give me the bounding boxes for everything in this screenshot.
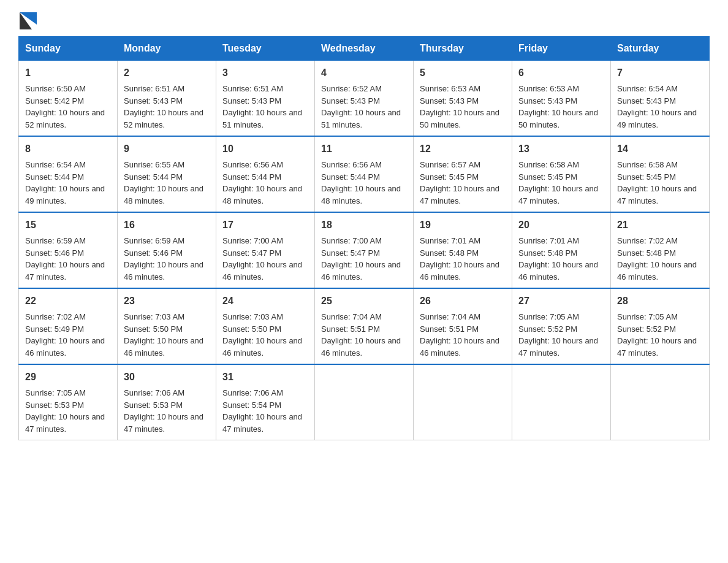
day-info: Sunrise: 7:04 AMSunset: 5:51 PMDaylight:…	[321, 312, 401, 358]
calendar-cell: 31Sunrise: 7:06 AMSunset: 5:54 PMDayligh…	[216, 364, 315, 440]
page-header	[18, 12, 710, 27]
calendar-cell: 28Sunrise: 7:05 AMSunset: 5:52 PMDayligh…	[611, 288, 710, 364]
week-row-5: 29Sunrise: 7:05 AMSunset: 5:53 PMDayligh…	[19, 364, 710, 440]
calendar-cell: 12Sunrise: 6:57 AMSunset: 5:45 PMDayligh…	[414, 136, 512, 212]
calendar-cell: 15Sunrise: 6:59 AMSunset: 5:46 PMDayligh…	[19, 212, 118, 288]
calendar-cell: 9Sunrise: 6:55 AMSunset: 5:44 PMDaylight…	[118, 136, 216, 212]
calendar-cell: 30Sunrise: 7:06 AMSunset: 5:53 PMDayligh…	[118, 364, 216, 440]
day-info: Sunrise: 6:55 AMSunset: 5:44 PMDaylight:…	[124, 160, 203, 205]
calendar-cell: 16Sunrise: 6:59 AMSunset: 5:46 PMDayligh…	[118, 212, 216, 288]
day-info: Sunrise: 6:51 AMSunset: 5:43 PMDaylight:…	[222, 84, 302, 129]
calendar-table: SundayMondayTuesdayWednesdayThursdayFrid…	[18, 36, 710, 440]
weekday-header-monday: Monday	[118, 37, 216, 61]
calendar-cell	[315, 364, 414, 440]
day-info: Sunrise: 6:54 AMSunset: 5:44 PMDaylight:…	[25, 160, 105, 205]
calendar-cell: 18Sunrise: 7:00 AMSunset: 5:47 PMDayligh…	[315, 212, 414, 288]
week-row-3: 15Sunrise: 6:59 AMSunset: 5:46 PMDayligh…	[19, 212, 710, 288]
day-info: Sunrise: 7:02 AMSunset: 5:49 PMDaylight:…	[25, 312, 105, 358]
calendar-cell: 3Sunrise: 6:51 AMSunset: 5:43 PMDaylight…	[216, 61, 315, 137]
week-row-4: 22Sunrise: 7:02 AMSunset: 5:49 PMDayligh…	[19, 288, 710, 364]
day-info: Sunrise: 6:59 AMSunset: 5:46 PMDaylight:…	[25, 236, 105, 282]
calendar-cell: 1Sunrise: 6:50 AMSunset: 5:42 PMDaylight…	[19, 61, 118, 137]
day-info: Sunrise: 7:06 AMSunset: 5:53 PMDaylight:…	[124, 388, 203, 434]
day-info: Sunrise: 6:53 AMSunset: 5:43 PMDaylight:…	[420, 84, 499, 129]
day-info: Sunrise: 6:50 AMSunset: 5:42 PMDaylight:…	[25, 84, 105, 129]
calendar-cell: 14Sunrise: 6:58 AMSunset: 5:45 PMDayligh…	[611, 136, 710, 212]
day-number: 31	[222, 370, 308, 385]
week-row-1: 1Sunrise: 6:50 AMSunset: 5:42 PMDaylight…	[19, 61, 710, 137]
day-number: 18	[321, 218, 407, 232]
day-number: 21	[617, 218, 703, 232]
day-info: Sunrise: 6:57 AMSunset: 5:45 PMDaylight:…	[420, 160, 499, 205]
day-number: 22	[25, 294, 111, 308]
day-number: 26	[420, 294, 506, 308]
day-number: 14	[617, 142, 703, 156]
day-info: Sunrise: 7:00 AMSunset: 5:47 PMDaylight:…	[321, 236, 401, 282]
calendar-cell: 8Sunrise: 6:54 AMSunset: 5:44 PMDaylight…	[19, 136, 118, 212]
day-number: 4	[321, 66, 407, 80]
calendar-cell: 2Sunrise: 6:51 AMSunset: 5:43 PMDaylight…	[118, 61, 216, 137]
day-info: Sunrise: 6:59 AMSunset: 5:46 PMDaylight:…	[124, 236, 203, 282]
day-info: Sunrise: 6:56 AMSunset: 5:44 PMDaylight:…	[222, 160, 302, 205]
day-number: 3	[222, 66, 308, 80]
day-info: Sunrise: 7:04 AMSunset: 5:51 PMDaylight:…	[420, 312, 499, 358]
day-number: 19	[420, 218, 506, 232]
day-info: Sunrise: 7:05 AMSunset: 5:52 PMDaylight:…	[518, 312, 598, 358]
day-number: 7	[617, 66, 703, 80]
day-info: Sunrise: 7:06 AMSunset: 5:54 PMDaylight:…	[222, 388, 302, 434]
day-number: 15	[25, 218, 111, 232]
day-number: 23	[124, 294, 210, 308]
day-info: Sunrise: 6:56 AMSunset: 5:44 PMDaylight:…	[321, 160, 401, 205]
day-info: Sunrise: 6:51 AMSunset: 5:43 PMDaylight:…	[124, 84, 203, 129]
day-info: Sunrise: 7:03 AMSunset: 5:50 PMDaylight:…	[222, 312, 302, 358]
day-info: Sunrise: 7:02 AMSunset: 5:48 PMDaylight:…	[617, 236, 697, 282]
day-number: 16	[124, 218, 210, 232]
day-number: 10	[222, 142, 308, 156]
calendar-cell: 21Sunrise: 7:02 AMSunset: 5:48 PMDayligh…	[611, 212, 710, 288]
weekday-header-thursday: Thursday	[414, 37, 512, 61]
calendar-cell: 5Sunrise: 6:53 AMSunset: 5:43 PMDaylight…	[414, 61, 512, 137]
day-info: Sunrise: 6:53 AMSunset: 5:43 PMDaylight:…	[518, 84, 598, 129]
logo	[18, 12, 37, 27]
day-number: 1	[25, 66, 111, 80]
calendar-cell: 20Sunrise: 7:01 AMSunset: 5:48 PMDayligh…	[512, 212, 611, 288]
day-number: 17	[222, 218, 308, 232]
calendar-cell: 26Sunrise: 7:04 AMSunset: 5:51 PMDayligh…	[414, 288, 512, 364]
calendar-cell: 4Sunrise: 6:52 AMSunset: 5:43 PMDaylight…	[315, 61, 414, 137]
weekday-header-row: SundayMondayTuesdayWednesdayThursdayFrid…	[19, 37, 710, 61]
week-row-2: 8Sunrise: 6:54 AMSunset: 5:44 PMDaylight…	[19, 136, 710, 212]
calendar-cell: 17Sunrise: 7:00 AMSunset: 5:47 PMDayligh…	[216, 212, 315, 288]
calendar-cell: 13Sunrise: 6:58 AMSunset: 5:45 PMDayligh…	[512, 136, 611, 212]
calendar-cell: 23Sunrise: 7:03 AMSunset: 5:50 PMDayligh…	[118, 288, 216, 364]
day-number: 13	[518, 142, 604, 156]
day-info: Sunrise: 7:01 AMSunset: 5:48 PMDaylight:…	[518, 236, 598, 282]
weekday-header-sunday: Sunday	[19, 37, 118, 61]
calendar-cell: 22Sunrise: 7:02 AMSunset: 5:49 PMDayligh…	[19, 288, 118, 364]
day-number: 5	[420, 66, 506, 80]
calendar-cell: 25Sunrise: 7:04 AMSunset: 5:51 PMDayligh…	[315, 288, 414, 364]
calendar-cell: 7Sunrise: 6:54 AMSunset: 5:43 PMDaylight…	[611, 61, 710, 137]
calendar-cell: 19Sunrise: 7:01 AMSunset: 5:48 PMDayligh…	[414, 212, 512, 288]
day-number: 6	[518, 66, 604, 80]
day-number: 9	[124, 142, 210, 156]
day-info: Sunrise: 7:03 AMSunset: 5:50 PMDaylight:…	[124, 312, 203, 358]
day-number: 11	[321, 142, 407, 156]
weekday-header-saturday: Saturday	[611, 37, 710, 61]
day-info: Sunrise: 6:52 AMSunset: 5:43 PMDaylight:…	[321, 84, 401, 129]
day-number: 29	[25, 370, 111, 385]
calendar-cell: 10Sunrise: 6:56 AMSunset: 5:44 PMDayligh…	[216, 136, 315, 212]
day-number: 28	[617, 294, 703, 308]
day-number: 25	[321, 294, 407, 308]
day-number: 27	[518, 294, 604, 308]
calendar-cell	[611, 364, 710, 440]
day-number: 30	[124, 370, 210, 385]
calendar-cell: 6Sunrise: 6:53 AMSunset: 5:43 PMDaylight…	[512, 61, 611, 137]
weekday-header-tuesday: Tuesday	[216, 37, 315, 61]
day-info: Sunrise: 6:58 AMSunset: 5:45 PMDaylight:…	[617, 160, 697, 205]
calendar-cell: 27Sunrise: 7:05 AMSunset: 5:52 PMDayligh…	[512, 288, 611, 364]
calendar-cell	[414, 364, 512, 440]
calendar-cell: 29Sunrise: 7:05 AMSunset: 5:53 PMDayligh…	[19, 364, 118, 440]
calendar-cell: 24Sunrise: 7:03 AMSunset: 5:50 PMDayligh…	[216, 288, 315, 364]
weekday-header-friday: Friday	[512, 37, 611, 61]
weekday-header-wednesday: Wednesday	[315, 37, 414, 61]
